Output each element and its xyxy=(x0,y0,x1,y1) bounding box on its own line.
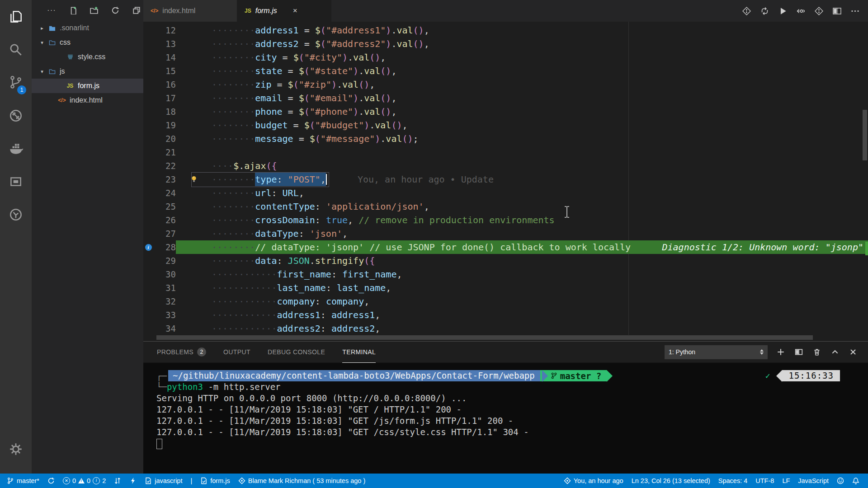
code-line-33[interactable]: 33············address1: address1, xyxy=(143,308,868,322)
code-token: , xyxy=(424,200,429,213)
status-feedback[interactable] xyxy=(833,474,848,488)
split-terminal-icon[interactable] xyxy=(794,347,804,357)
synchronize-changes-icon[interactable] xyxy=(758,4,771,18)
new-terminal-icon[interactable] xyxy=(776,347,786,357)
close-panel-icon[interactable] xyxy=(848,347,858,357)
more-actions-icon[interactable] xyxy=(848,4,862,18)
code-token: ) xyxy=(375,132,380,145)
status-sync-status[interactable] xyxy=(43,474,59,488)
code-token: // remove in production environments xyxy=(359,213,554,227)
activity-extension-box-icon[interactable] xyxy=(0,165,32,198)
status-language-mode[interactable]: JavaScript xyxy=(794,474,833,488)
line-number: 30 xyxy=(153,267,176,281)
code-line-27[interactable]: 27········dataType: 'json', xyxy=(143,227,868,240)
code-line-25[interactable]: 25········contentType: 'application/json… xyxy=(143,200,868,213)
panel-tab-problems[interactable]: PROBLEMS2 xyxy=(157,342,206,363)
code-token: val xyxy=(396,37,413,51)
activity-source-control-icon[interactable]: 1 xyxy=(0,66,32,99)
close-tab-icon[interactable]: × xyxy=(293,6,297,15)
status-compare[interactable] xyxy=(110,474,125,488)
terminal-picker[interactable]: 1: Python xyxy=(665,345,768,359)
code-line-19[interactable]: 19········budget = $("#budget").val(), xyxy=(143,118,868,132)
code-line-12[interactable]: 12········address1 = $("#address1").val(… xyxy=(143,23,868,37)
maximize-panel-icon[interactable] xyxy=(830,347,840,357)
code-line-24[interactable]: 24········url: URL, xyxy=(143,186,868,200)
code-line-21[interactable]: 21 xyxy=(143,145,868,159)
status-separator: | xyxy=(186,474,196,488)
horizontal-scrollbar[interactable] xyxy=(156,335,813,340)
code-line-23[interactable]: 23········type: "POST",You, an hour ago … xyxy=(143,173,868,186)
activity-search-icon[interactable] xyxy=(0,33,32,66)
status-indentation[interactable]: Spaces: 4 xyxy=(714,474,752,488)
kill-terminal-icon[interactable] xyxy=(812,347,822,357)
status-problems[interactable]: ✕00i2 xyxy=(59,474,110,488)
panel-tab-debug-console[interactable]: DEBUG CONSOLE xyxy=(268,342,325,363)
tree-item-style.css[interactable]: style.css xyxy=(32,50,143,64)
code-line-14[interactable]: 14········city = $("#city").val(), xyxy=(143,51,868,64)
activity-extension-circle-icon[interactable] xyxy=(0,198,32,231)
code-line-18[interactable]: 18········phone = $("#phone").val(), xyxy=(143,105,868,118)
status-label: UTF-8 xyxy=(755,477,774,484)
activity-docker-icon[interactable] xyxy=(0,132,32,165)
code-line-28[interactable]: i28········// dataType: 'jsonp' // use J… xyxy=(143,240,868,254)
lightning-icon xyxy=(129,477,137,484)
code-line-32[interactable]: 32············company: company, xyxy=(143,295,868,308)
status-eol[interactable]: LF xyxy=(778,474,794,488)
code-line-15[interactable]: 15········state = $("#state").val(), xyxy=(143,64,868,78)
status-encoding[interactable]: UTF-8 xyxy=(751,474,778,488)
code-token: . xyxy=(348,51,353,64)
status-gitlens-blame[interactable]: Blame Mark Richman ( 53 minutes ago ) xyxy=(234,474,370,488)
code-line-26[interactable]: 26········crossDomain: true, // remove i… xyxy=(143,213,868,227)
status-git-branch[interactable]: master* xyxy=(3,474,43,488)
gutter-space xyxy=(143,159,153,173)
code-line-17[interactable]: 17········email = $("#email").val(), xyxy=(143,91,868,105)
code-line-30[interactable]: 30············first_name: first_name, xyxy=(143,267,868,281)
code-token: state xyxy=(255,64,282,78)
terminal[interactable]: ┌─ ~/github/linuxacademy/content-lambda-… xyxy=(143,363,868,474)
lightbulb-icon[interactable] xyxy=(176,173,212,186)
code-line-22[interactable]: 22····$.ajax({ xyxy=(143,159,868,173)
code-token: $ xyxy=(299,64,304,78)
activity-manage-icon[interactable] xyxy=(0,432,32,465)
gutter-space xyxy=(143,200,153,213)
gitlens-file-blame-icon[interactable] xyxy=(740,4,753,18)
split-editor-icon[interactable] xyxy=(830,4,844,18)
code-editor[interactable]: 12········address1 = $("#address1").val(… xyxy=(143,22,868,341)
panel-tab-output[interactable]: OUTPUT xyxy=(223,342,250,363)
refresh-explorer-icon[interactable] xyxy=(111,6,120,15)
code-line-13[interactable]: 13········address2 = $("#address2").val(… xyxy=(143,37,868,51)
code-line-34[interactable]: 34············address2: address2, xyxy=(143,322,868,335)
new-folder-icon[interactable] xyxy=(90,6,99,15)
code-line-16[interactable]: 16········zip = $("#zip").val(), xyxy=(143,78,868,91)
tree-item-form.js[interactable]: JSform.js xyxy=(32,79,143,93)
status-cursor-position[interactable]: Ln 23, Col 26 (13 selected) xyxy=(627,474,714,488)
tree-item-.sonarlint[interactable]: ▸.sonarlint xyxy=(32,21,143,35)
vertical-scrollbar[interactable] xyxy=(863,110,867,160)
activity-sonarlint-icon[interactable] xyxy=(0,99,32,132)
code-token: ········ xyxy=(212,105,255,118)
more-actions-icon[interactable]: ··· xyxy=(47,6,56,15)
status-notifications[interactable] xyxy=(848,474,863,488)
tree-item-index.html[interactable]: </>index.html xyxy=(32,93,143,108)
status-linter-javascript[interactable]: javascript xyxy=(141,474,186,488)
new-file-icon[interactable] xyxy=(68,6,77,15)
panel-tab-terminal[interactable]: TERMINAL xyxy=(342,342,376,363)
activity-explorer-icon[interactable] xyxy=(0,0,32,33)
tree-item-css[interactable]: ▾css xyxy=(32,35,143,50)
gitlens-graph-icon[interactable] xyxy=(812,4,826,18)
code-line-29[interactable]: 29········data: JSON.stringify({ xyxy=(143,254,868,267)
code-line-20[interactable]: 20········message = $("#message").val(); xyxy=(143,132,868,145)
status-gitlens-current-line[interactable]: You, an hour ago xyxy=(560,474,627,488)
code-token: , xyxy=(375,322,380,335)
collapse-folders-icon[interactable] xyxy=(132,6,141,15)
tab-form.js[interactable]: JSform.js× xyxy=(237,0,331,22)
code-line-31[interactable]: 31············last_name: last_name, xyxy=(143,281,868,295)
status-lightning[interactable] xyxy=(125,474,141,488)
run-code-icon[interactable] xyxy=(776,4,789,18)
tree-item-js[interactable]: ▾js xyxy=(32,64,143,79)
open-changes-icon[interactable] xyxy=(794,4,807,18)
status-linter-file[interactable]: form.js xyxy=(196,474,234,488)
line-number: 13 xyxy=(153,37,176,51)
tab-index.html[interactable]: </>index.html xyxy=(143,0,237,22)
overview-diagnostic-mark xyxy=(865,242,868,255)
